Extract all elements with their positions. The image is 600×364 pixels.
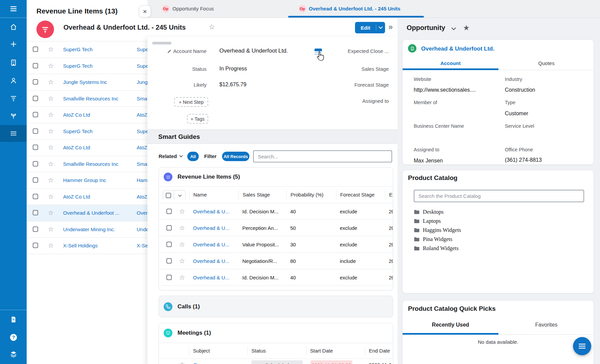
rli-name-link[interactable]: Overhead & U...	[193, 258, 229, 264]
opportunity-focus-panel: Opportunity ★ Overhead & Underfoot Ltd. …	[398, 18, 600, 364]
related-search-input[interactable]	[254, 151, 391, 162]
account-name-link[interactable]: Overhead & Underfoot Ltd.	[421, 46, 494, 52]
sidebar-item-contacts[interactable]	[0, 73, 27, 88]
sidebar-item-create[interactable]	[0, 36, 27, 52]
service-level-label: Service Level	[505, 123, 534, 129]
sidebar-item-more-modules[interactable]	[0, 125, 27, 142]
favorite-star-icon[interactable]: ☆	[179, 225, 185, 231]
column-header-probability[interactable]: Probability (%)	[287, 190, 336, 200]
folder-icon	[414, 209, 420, 215]
likely-label: Likely	[194, 82, 207, 88]
related-all-pill[interactable]: All	[187, 152, 199, 161]
column-header-end-date[interactable]: End Date	[365, 346, 393, 356]
expected-close-label: Expected Close ...	[348, 48, 389, 54]
tab-recently-used[interactable]: Recently Used	[403, 320, 498, 330]
row-checkbox[interactable]	[166, 209, 172, 214]
favorite-star-icon[interactable]: ☆	[179, 241, 185, 248]
help-icon[interactable]: ?	[0, 330, 27, 345]
favorite-star-filled-icon[interactable]: ★	[463, 24, 470, 32]
calls-phone-icon	[164, 302, 172, 311]
table-row[interactable]: ☆ Overhead & U... Id. Decision M... 40 e…	[159, 269, 393, 286]
floating-menu-button[interactable]	[573, 337, 591, 355]
catalog-folder-item[interactable]: Desktops	[414, 207, 461, 216]
add-tags-button[interactable]: + Tags	[187, 114, 208, 124]
panel-title: Opportunity	[407, 24, 445, 32]
catalog-folder-item[interactable]: Haggins Widgets	[414, 225, 461, 235]
tab-quotes[interactable]: Quotes	[498, 58, 594, 68]
account-name-value[interactable]: Overhead & Underfoot Ltd.	[219, 48, 288, 54]
column-header-subject[interactable]: Subject	[189, 346, 247, 356]
favorite-star-icon[interactable]: ☆	[179, 258, 185, 264]
rli-name-link[interactable]: Overhead & U...	[193, 242, 229, 247]
close-drawer-button[interactable]: ×	[139, 5, 151, 17]
table-row[interactable]: ☆ Overhead & U... Id. Decision M... 40 e…	[159, 203, 393, 220]
chevron-down-icon[interactable]	[452, 27, 456, 30]
rli-name-link[interactable]: Overhead & U...	[193, 225, 229, 231]
table-row[interactable]: ☆ Overhead & U... Perception An... 50 ex…	[159, 220, 393, 236]
rli-forecast: exclude	[336, 209, 385, 214]
column-header-expected[interactable]: Exp	[385, 190, 393, 200]
sidebar-item-opportunities[interactable]	[0, 90, 27, 106]
horizontal-scrollbar[interactable]	[152, 42, 171, 44]
rli-sales-stage: Perception An...	[239, 225, 287, 231]
tab-opportunity-focus[interactable]: Opportunity Focus	[172, 0, 214, 18]
column-header-start-date[interactable]: Start Date	[306, 346, 365, 356]
favorite-star-icon[interactable]: ☆	[179, 208, 185, 215]
panel-title[interactable]: Calls (1)	[178, 296, 200, 317]
sidebar-item-home[interactable]	[0, 19, 27, 35]
menu-icon[interactable]	[0, 1, 27, 17]
record-title: Overhead & Underfoot Ltd. - 245 Units	[63, 18, 186, 37]
chevron-down-icon[interactable]	[174, 194, 185, 197]
panel-title[interactable]: Meetings (1)	[178, 323, 211, 342]
sidebar-item-documents[interactable]	[0, 312, 27, 327]
tab-account[interactable]: Account	[403, 58, 498, 68]
table-row[interactable]: ☆ Demo Scheduled 2023-11-01 08:30 2023-1…	[159, 359, 393, 364]
tab-overhead-underfoot[interactable]: Overhead & Underfoot Ltd. - 245 Units	[309, 0, 401, 18]
rli-name-link[interactable]: Overhead & U...	[193, 275, 229, 280]
edit-button[interactable]: Edit	[355, 22, 385, 33]
row-checkbox[interactable]	[166, 258, 172, 264]
add-next-step-button[interactable]: + Next Step	[174, 97, 208, 107]
meeting-status-badge: Scheduled	[251, 360, 303, 364]
rli-probability: 40	[287, 209, 336, 214]
sales-stage-label: Sales Stage	[361, 66, 389, 72]
row-checkbox[interactable]	[166, 242, 172, 247]
sidebar-item-accounts[interactable]	[0, 55, 27, 70]
chevron-down-icon[interactable]	[376, 26, 385, 29]
row-checkbox[interactable]	[166, 275, 172, 280]
table-row[interactable]: ☆ Overhead & U... Negotiation/R... 80 in…	[159, 253, 393, 269]
meeting-subject-link[interactable]: Demo	[194, 362, 207, 364]
filter-all-records-pill[interactable]: All Records	[222, 152, 249, 161]
row-checkbox[interactable]	[166, 225, 172, 231]
sidebar-item-archive[interactable]	[0, 346, 27, 362]
panel-title[interactable]: Revenue Line Items (5)	[178, 168, 240, 186]
column-header-forecast-stage[interactable]: Forecast Stage	[336, 190, 385, 200]
catalog-folder-item[interactable]: Roland Widgets	[414, 244, 461, 253]
website-value[interactable]: http://www.sectionsales....	[414, 87, 476, 93]
select-all-combo[interactable]	[163, 190, 186, 200]
tab-favorites[interactable]: Favorites	[498, 320, 594, 330]
favorite-star-icon[interactable]: ☆	[179, 274, 185, 281]
catalog-folder-item[interactable]: Pina Widgets	[414, 235, 461, 244]
calls-card[interactable]: Calls (1)	[159, 296, 393, 317]
mouse-pointer-cursor	[316, 51, 326, 62]
sidebar-divider	[0, 310, 27, 310]
related-dropdown[interactable]: Related	[159, 153, 183, 159]
column-header-status[interactable]: Status	[247, 346, 306, 356]
column-header-sales-stage[interactable]: Sales Stage	[239, 190, 287, 200]
rli-expected: 202	[385, 258, 393, 264]
collapse-drawer-icon[interactable]: »	[388, 18, 393, 37]
catalog-folder-item[interactable]: Laptops	[414, 216, 461, 225]
sidebar-item-leads[interactable]	[0, 108, 27, 123]
folder-icon	[414, 228, 420, 233]
office-phone-value[interactable]: (361) 274-8813	[505, 157, 542, 163]
favorite-star-icon[interactable]: ☆	[209, 23, 215, 30]
rli-name-link[interactable]: Overhead & U...	[193, 209, 229, 214]
select-all-checkbox[interactable]	[166, 193, 171, 198]
assigned-to-value[interactable]: Max Jensen	[414, 158, 443, 164]
table-row[interactable]: ☆ Overhead & U... Value Proposit... 30 e…	[159, 236, 393, 253]
column-header-name[interactable]: Name	[189, 190, 239, 200]
product-catalog-search-input[interactable]	[414, 190, 583, 202]
industry-label: Industry	[505, 77, 522, 82]
favorite-star-icon[interactable]: ☆	[179, 361, 185, 364]
